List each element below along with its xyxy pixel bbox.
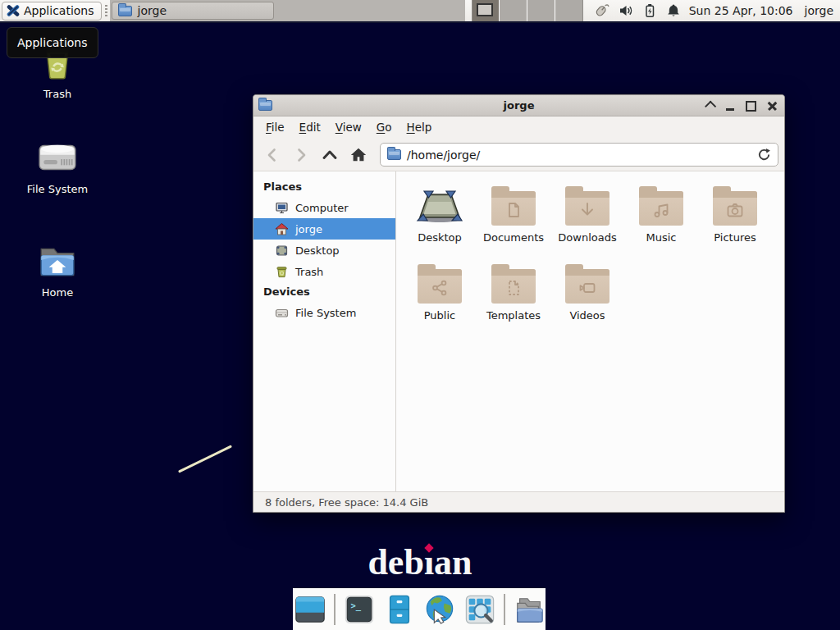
system-tray <box>583 3 689 18</box>
terminal-icon: >_ <box>344 594 375 625</box>
desktop-special-icon <box>416 188 463 226</box>
home-icon <box>349 146 368 164</box>
up-arrow-icon <box>321 147 339 163</box>
taskbar-button-jorge[interactable]: jorge <box>112 2 274 20</box>
debian-wallpaper-logo: debıan <box>0 541 840 583</box>
file-item-videos[interactable]: Videos <box>550 258 624 336</box>
sidebar-item-label: Desktop <box>295 244 340 257</box>
forward-arrow-icon <box>293 147 309 163</box>
web-browser-launcher[interactable] <box>423 593 456 626</box>
notifications-bell-icon[interactable] <box>666 3 681 18</box>
battery-charging-icon[interactable] <box>642 3 657 18</box>
close-button[interactable] <box>767 101 778 112</box>
forward-button[interactable] <box>288 144 314 167</box>
directory-menu-launcher[interactable] <box>513 593 546 626</box>
shade-button[interactable] <box>703 101 714 112</box>
file-item-desktop[interactable]: Desktop <box>403 180 477 258</box>
show-desktop-button[interactable] <box>294 593 326 626</box>
app-finder-icon <box>464 594 495 625</box>
file-label: Templates <box>486 309 541 322</box>
workspace-1[interactable] <box>472 0 500 21</box>
workspace-3[interactable] <box>527 0 555 21</box>
file-label: Documents <box>483 231 544 244</box>
folder-icon <box>387 149 401 160</box>
window-controls <box>703 95 778 116</box>
file-label: Desktop <box>418 231 462 244</box>
devices-header: Devices <box>253 282 395 302</box>
desktop-icon-home[interactable]: Home <box>18 241 97 299</box>
maximize-button[interactable] <box>746 101 756 112</box>
menu-file[interactable]: File <box>258 116 292 139</box>
menu-bar: File Edit View Go Help <box>253 116 784 139</box>
folder-pictures-icon <box>713 191 757 226</box>
workspace-switcher[interactable] <box>472 0 583 21</box>
home-icon <box>275 222 289 236</box>
file-view[interactable]: Desktop Documents <box>396 171 784 491</box>
bottom-dock: >_ <box>293 588 546 630</box>
path-text[interactable]: /home/jorge/ <box>407 148 751 162</box>
folder-templates-icon <box>491 269 536 304</box>
taskbar-button-label: jorge <box>138 4 167 17</box>
workspace-4[interactable] <box>555 0 582 21</box>
trash-icon <box>275 265 289 279</box>
file-manager-launcher[interactable] <box>383 593 416 626</box>
file-label: Downloads <box>558 231 616 244</box>
sidebar-item-trash[interactable]: Trash <box>253 261 395 282</box>
panel-handle[interactable] <box>105 5 107 17</box>
panel-clock[interactable]: Sun 25 Apr, 10:06 <box>689 4 793 17</box>
hard-drive-icon <box>37 138 78 179</box>
applications-menu-button[interactable]: Applications <box>2 2 102 21</box>
applications-menu-label: Applications <box>24 4 94 17</box>
file-label: Public <box>424 309 455 322</box>
menu-edit[interactable]: Edit <box>292 116 328 139</box>
svg-text:>_: >_ <box>350 600 361 611</box>
menu-go[interactable]: Go <box>369 116 399 139</box>
file-item-templates[interactable]: Templates <box>477 258 550 336</box>
sidebar-item-label: Computer <box>295 202 349 214</box>
sidebar-item-desktop[interactable]: Desktop <box>253 240 395 261</box>
file-item-public[interactable]: Public <box>403 258 477 336</box>
file-item-music[interactable]: Music <box>624 180 698 258</box>
folder-documents-icon <box>491 191 536 226</box>
desktop-icon <box>275 244 289 258</box>
sidebar-item-label: jorge <box>295 223 322 235</box>
folder-stack-icon <box>514 594 545 625</box>
file-item-pictures[interactable]: Pictures <box>698 180 772 258</box>
sidebar-item-computer[interactable]: Computer <box>253 197 395 218</box>
file-item-documents[interactable]: Documents <box>477 180 550 258</box>
dock-separator <box>334 594 336 625</box>
window-titlebar[interactable]: jorge <box>253 95 784 116</box>
input-device-icon[interactable] <box>593 3 609 18</box>
xfce-applications-icon <box>7 4 20 17</box>
top-panel: Applications jorge <box>0 0 840 23</box>
volume-icon[interactable] <box>619 3 633 18</box>
workspace-window-outline <box>477 3 493 16</box>
desktop-root: debıan Applications jorge <box>0 0 840 630</box>
folder-downloads-icon <box>565 191 609 226</box>
file-item-downloads[interactable]: Downloads <box>550 180 624 258</box>
menu-help[interactable]: Help <box>399 116 440 139</box>
desktop-icon-file-system[interactable]: File System <box>18 138 97 195</box>
file-label: Videos <box>569 309 605 322</box>
hard-drive-icon <box>275 306 289 320</box>
debian-logo-text: deb <box>368 542 423 582</box>
terminal-launcher[interactable]: >_ <box>343 593 376 626</box>
back-button[interactable] <box>259 144 285 167</box>
sidebar-item-label: Trash <box>295 266 323 278</box>
location-bar[interactable]: /home/jorge/ <box>380 143 778 167</box>
sidebar-item-jorge[interactable]: jorge <box>253 218 395 240</box>
sidebar-item-file-system[interactable]: File System <box>253 302 395 323</box>
menu-view[interactable]: View <box>328 116 369 139</box>
applications-tooltip: Applications <box>7 27 98 58</box>
workspace-2[interactable] <box>499 0 527 21</box>
file-cabinet-icon <box>384 594 415 625</box>
home-button[interactable] <box>345 144 372 167</box>
show-desktop-icon <box>294 594 326 625</box>
reload-icon[interactable] <box>757 148 771 162</box>
minimize-button[interactable] <box>724 101 735 112</box>
toolbar: /home/jorge/ <box>253 139 784 171</box>
panel-username[interactable]: jorge <box>805 4 833 17</box>
application-finder-launcher[interactable] <box>463 593 496 626</box>
up-button[interactable] <box>317 144 343 167</box>
status-text: 8 folders, Free space: 14.4 GiB <box>265 496 428 509</box>
